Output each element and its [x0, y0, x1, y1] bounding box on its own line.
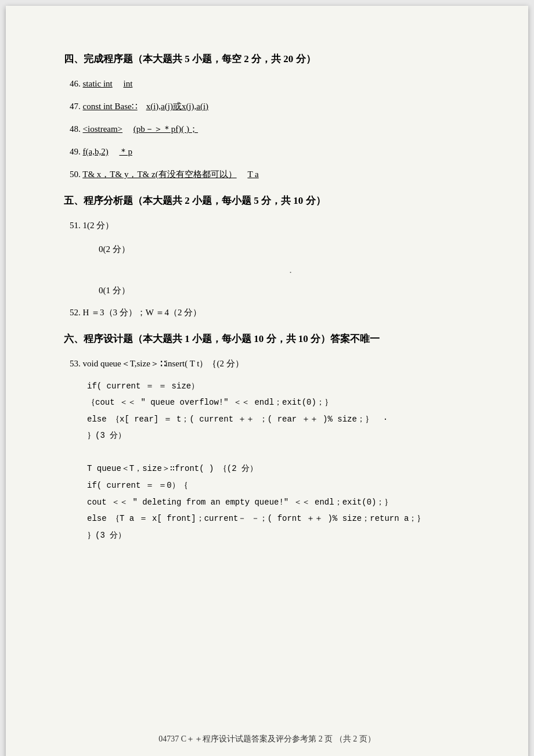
code-line-8: else ｛T a ＝ x[ front]；current－ －；( fornt… — [87, 511, 482, 527]
code-line-5: T queue＜T，size＞∷front( ) ｛(2 分） — [87, 461, 482, 477]
question-51: 51. 1(2 分） — [64, 218, 482, 233]
section-5-title: 五、程序分析题（本大题共 2 小题，每小题 5 分，共 10 分） — [64, 194, 482, 207]
section-6-title: 六、程序设计题（本大题共 1 小题，每小题 10 分，共 10 分）答案不唯一 — [64, 332, 482, 345]
code-line-4: ｝(3 分） — [87, 428, 482, 444]
question-48: 48. <iostream> (pb－＞＊pf)( )； — [64, 121, 482, 137]
section-4: 四、完成程序题（本大题共 5 小题，每空 2 分，共 20 分） 46. sta… — [64, 52, 482, 182]
code-line-blank — [87, 445, 482, 460]
section-5: 五、程序分析题（本大题共 2 小题，每小题 5 分，共 10 分） 51. 1(… — [64, 194, 482, 321]
question-50: 50. T& x，T& y，T& z(有没有空格都可以） T a — [64, 167, 482, 182]
exam-page: 四、完成程序题（本大题共 5 小题，每空 2 分，共 20 分） 46. sta… — [6, 6, 528, 756]
code-line-2: ｛cout ＜＜ " queue overflow!" ＜＜ endl；exit… — [87, 395, 482, 411]
section-6: 六、程序设计题（本大题共 1 小题，每小题 10 分，共 10 分）答案不唯一 … — [64, 332, 482, 543]
question-47: 47. const int Base∷ x(i),a(j)或x(j),a(i) — [64, 99, 482, 114]
question-49: 49. f(a,b,2) ＊p — [64, 144, 482, 160]
question-46: 46. static int int — [64, 76, 482, 92]
code-line-6: if( current ＝ ＝0）｛ — [87, 478, 482, 494]
q51-sub: 0(2 分） ． 0(1 分） — [99, 240, 482, 300]
question-52: 52. H ＝3（3 分）；W ＝4（2 分） — [64, 305, 482, 321]
q51-line2: 0(1 分） — [99, 282, 482, 300]
q51-dot: ． — [99, 261, 482, 280]
q53-code: if( current ＝ ＝ size） ｛cout ＜＜ " queue o… — [87, 379, 482, 543]
code-line-7: cout ＜＜ " deleting from an empty queue!"… — [87, 495, 482, 510]
code-line-9: ｝(3 分） — [87, 528, 482, 543]
page-footer: 04737 C＋＋程序设计试题答案及评分参考第 2 页 （共 2 页） — [6, 734, 528, 744]
section-4-title: 四、完成程序题（本大题共 5 小题，每空 2 分，共 20 分） — [64, 52, 482, 66]
question-53: 53. void queue＜T,size＞∷insert( T t）｛(2 分… — [64, 356, 482, 372]
code-line-3: else ｛x[ rear] ＝ t；( current ＋＋ ；( rear … — [87, 412, 482, 427]
code-line-1: if( current ＝ ＝ size） — [87, 379, 482, 394]
q51-line1: 0(2 分） — [99, 240, 482, 259]
